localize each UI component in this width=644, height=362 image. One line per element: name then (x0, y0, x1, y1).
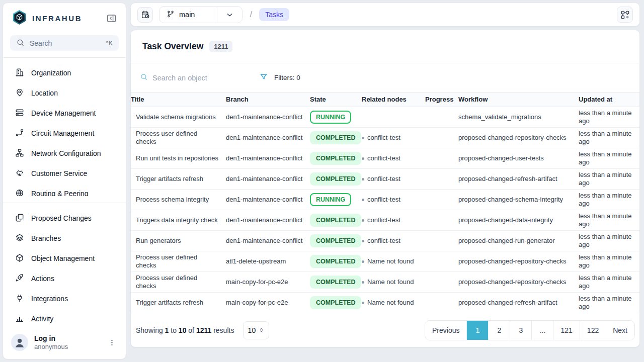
state-badge: COMPLETED (310, 276, 361, 289)
cell-state: COMPLETED (310, 212, 362, 229)
cell-progress (425, 156, 458, 160)
table-row[interactable]: Triggers data integrity check den1-maint… (131, 210, 639, 231)
kebab-menu-icon[interactable] (106, 336, 118, 348)
branch-selector[interactable]: main (159, 6, 243, 23)
previous-page-button[interactable]: Previous (425, 321, 467, 340)
page-number-button[interactable]: 121 (553, 321, 580, 340)
page-header: Task Overview 1211 (131, 30, 639, 63)
sidebar-nav-item[interactable]: Organization (9, 63, 120, 83)
workflow-graph-icon[interactable] (617, 7, 633, 23)
sidebar-nav-item[interactable]: Activity (9, 309, 120, 329)
cell-progress (425, 136, 458, 140)
cell-state: COMPLETED (310, 170, 362, 188)
cell-title: Validate schema migrations (131, 111, 226, 123)
cell-branch: den1-maintenance-conflict (226, 214, 310, 226)
search-icon (16, 38, 25, 48)
sidebar-nav-item[interactable]: Network Configuration (9, 143, 120, 163)
chevron-down-icon[interactable] (217, 7, 242, 23)
table-row[interactable]: Run generators den1-maintenance-conflict… (131, 231, 639, 251)
sidebar-nav-item[interactable]: Branches (9, 228, 120, 248)
building-icon (15, 68, 24, 78)
avatar (11, 334, 28, 351)
sidebar-search-placeholder: Search (30, 39, 52, 47)
globe-icon (15, 189, 24, 196)
state-badge: COMPLETED (310, 214, 361, 227)
column-header: Updated at (579, 94, 639, 106)
breadcrumb-tasks[interactable]: Tasks (259, 8, 289, 21)
filters-button[interactable]: Filters: 0 (260, 73, 300, 82)
login-label[interactable]: Log in (34, 334, 68, 342)
cell-workflow: proposed-changed-run-generator (458, 235, 579, 247)
related-node-label: Name not found (367, 278, 414, 286)
table-row[interactable]: Process user defined checks atl1-delete-… (131, 251, 639, 272)
sidebar-search-input[interactable]: Search ^K (10, 35, 119, 51)
state-badge: COMPLETED (310, 255, 361, 268)
calendar-clock-icon[interactable] (137, 7, 153, 23)
cell-workflow: proposed-changed-refresh-artifact (458, 297, 579, 309)
pagination: Previous 1 2 3 ... 121 (425, 320, 635, 340)
page-number-button[interactable]: 3 (510, 321, 532, 340)
cell-branch: den1-maintenance-conflict (226, 194, 310, 206)
cell-workflow: proposed-changed-user-tests (458, 152, 579, 164)
page-title: Task Overview (142, 41, 203, 52)
cell-title: Process schema integrity (131, 194, 226, 206)
table-toolbar: Search an object Filters: 0 (131, 63, 639, 92)
related-node-label: Name not found (367, 299, 414, 307)
column-header: Progress (425, 94, 458, 106)
sidebar-nav-item[interactable]: Circuit Management (9, 123, 120, 143)
page-size-select[interactable]: 10 (243, 321, 269, 339)
page-size-value: 10 (248, 326, 256, 334)
sidebar-nav-item[interactable]: Actions (9, 268, 120, 289)
page-number-button[interactable]: 1 (467, 321, 489, 340)
table-row[interactable]: Run unit tests in repositories den1-main… (131, 148, 639, 169)
sidebar-nav-item[interactable]: Location (9, 83, 120, 103)
object-search-input[interactable]: Search an object (140, 73, 247, 82)
table-row[interactable]: Process user defined checks main-copy-fo… (131, 272, 639, 293)
table-footer: Showing 1 to 10 of 1211 results 10 Previ… (131, 313, 639, 347)
page-number-button[interactable]: 2 (489, 321, 510, 340)
sidebar-nav-item[interactable]: Integrations (9, 289, 120, 309)
column-header: Related nodes (362, 94, 425, 106)
cell-title: Triggers data integrity check (131, 214, 226, 226)
related-node-label: conflict-test (367, 196, 400, 204)
brand-name[interactable]: INFRAHUB (32, 14, 82, 23)
table-row[interactable]: Trigger artifacts refresh main-copy-for-… (131, 293, 639, 313)
table-row[interactable]: Trigger artifacts refresh den1-maintenan… (131, 169, 639, 190)
page-number-button[interactable]: 122 (580, 321, 606, 340)
cell-progress (425, 218, 458, 222)
cell-updated-at: less than a minute ago (579, 107, 639, 127)
sidebar-nav-item[interactable]: Routing & Peering (9, 184, 120, 196)
state-badge: RUNNING (310, 111, 351, 124)
table-row[interactable]: Process user defined checks den1-mainten… (131, 128, 639, 148)
collapse-sidebar-icon[interactable] (105, 12, 118, 25)
cell-progress (425, 259, 458, 263)
node-dot-icon (362, 281, 364, 284)
funnel-filter-icon (260, 73, 268, 82)
cell-related-nodes: Name not found (362, 255, 425, 267)
sidebar-item-label: Branches (31, 234, 61, 242)
sidebar-nav-item[interactable]: Device Management (9, 103, 120, 123)
cell-branch: den1-maintenance-conflict (226, 111, 310, 123)
cell-branch: den1-maintenance-conflict (226, 173, 310, 185)
related-node-label: conflict-test (367, 154, 400, 162)
cell-related-nodes: conflict-test (362, 173, 425, 185)
cell-workflow: proposed-changed-schema-integrity (458, 194, 579, 206)
layers-icon (15, 233, 24, 244)
sidebar-item-label: Actions (31, 275, 54, 283)
next-page-button[interactable]: Next (606, 321, 634, 340)
sidebar-nav-item[interactable]: Customer Service (9, 163, 120, 184)
table-row[interactable]: Validate schema migrations den1-maintena… (131, 107, 639, 128)
cell-related-nodes: conflict-test (362, 132, 425, 144)
sidebar-nav-item[interactable]: Object Management (9, 248, 120, 268)
cell-workflow: proposed-changed-repository-checks (458, 132, 579, 144)
results-summary: Showing 1 to 10 of 1211 results (136, 326, 234, 334)
table-row[interactable]: Process schema integrity den1-maintenanc… (131, 190, 639, 210)
map-pin-icon (15, 88, 24, 99)
cell-workflow: proposed-changed-repository-checks (458, 255, 579, 267)
cell-title: Process user defined checks (131, 128, 226, 148)
sidebar-nav-item[interactable]: Proposed Changes (9, 208, 120, 228)
node-dot-icon (362, 137, 364, 139)
page-number-button[interactable]: ... (532, 321, 553, 340)
user-section[interactable]: Log in anonymous (9, 329, 120, 359)
cell-related-nodes: conflict-test (362, 152, 425, 164)
